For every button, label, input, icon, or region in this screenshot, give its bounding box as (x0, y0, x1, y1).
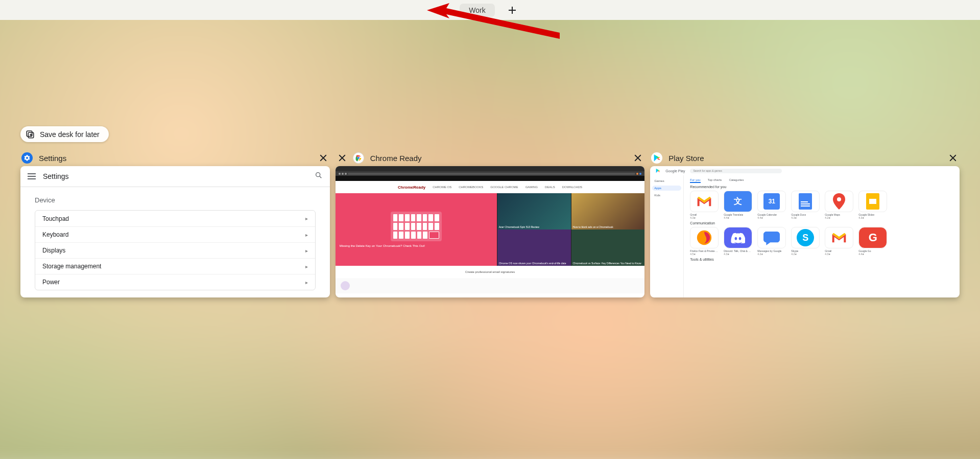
app-tile-slides[interactable]: Google Slides4.3★ (858, 191, 887, 219)
play-store-brand: Google Play (665, 169, 685, 173)
svg-point-5 (357, 157, 360, 159)
sidebar-item-apps[interactable]: Apps (652, 186, 681, 191)
docs-icon (799, 193, 812, 210)
chrome-app-icon (353, 152, 364, 164)
sidebar-item-kids[interactable]: Kids (652, 193, 681, 198)
app-rating: 4.3★ (791, 216, 797, 219)
chevron-right-icon: ▸ (305, 264, 308, 269)
site-top-banner (336, 176, 645, 181)
settings-toolbar: Settings (20, 166, 330, 187)
slides-icon (866, 193, 879, 210)
site-nav: ChromeReady CHROME OS CHROMEBOOKS GOOGLE… (336, 181, 645, 193)
app-tile-gmail[interactable]: Gmail4.3★ (690, 191, 719, 219)
window-thumbnail-chrome-ready[interactable]: ChromeReady CHROME OS CHROMEBOOKS GOOGLE… (336, 166, 645, 297)
browser-toolbar (336, 171, 645, 176)
settings-row-power[interactable]: Power▸ (35, 274, 315, 290)
app-row-communication: Firefox Fast & Private Browser4.5★ Disco… (690, 227, 953, 256)
site-logo: ChromeReady (398, 185, 425, 190)
svg-point-6 (837, 197, 841, 201)
section-tools: Tools & utilities (690, 258, 953, 261)
settings-row-label: Storage management (42, 263, 101, 270)
tab-categories[interactable]: Categories (729, 178, 744, 183)
svg-point-3 (316, 173, 320, 177)
nav-item: CHROME OS (433, 186, 451, 189)
skype-icon: S (797, 229, 814, 246)
settings-section-device: Device (35, 196, 316, 204)
app-rating: 4.2★ (757, 253, 763, 256)
shelf-preview (336, 278, 645, 293)
window-title-settings: Settings (39, 154, 312, 163)
close-button-play-store[interactable] (947, 152, 959, 164)
close-button-settings[interactable] (318, 152, 329, 164)
desk-chip-work[interactable]: Work (460, 4, 494, 17)
settings-row-keyboard[interactable]: Keyboard▸ (35, 226, 315, 242)
chevron-right-icon: ▸ (305, 216, 308, 221)
side-card-label: Chromebook vs Surface: Key Differences Y… (573, 262, 641, 265)
browser-tabstrip (336, 166, 645, 171)
overview-cards-row: Settings Settings Device Touchpad▸ Keybo… (20, 152, 960, 297)
hero-side-cards: Acer Chromebook Spin 513 Review Chrome O… (497, 193, 571, 266)
maps-pin-icon (833, 193, 845, 210)
app-tile-docs[interactable]: Google Docs4.3★ (791, 191, 820, 219)
chevron-right-icon: ▸ (305, 280, 308, 285)
nav-item: DOWNLOADS (562, 186, 582, 189)
gmail-icon (696, 195, 713, 208)
messages-icon (763, 230, 780, 245)
app-tile-translate[interactable]: 文Google Translate4.4★ (724, 191, 752, 219)
hero-main: Missing the Delete Key on Your Chromeboo… (336, 193, 497, 266)
side-card-label: How to block ads on a Chromebook (573, 226, 613, 229)
app-rating: 4.2★ (791, 253, 797, 256)
side-card-label: Acer Chromebook Spin 513 Review (499, 226, 539, 229)
desk-bar: Work (0, 0, 980, 20)
close-icon (319, 153, 328, 163)
settings-device-list: Touchpad▸ Keyboard▸ Displays▸ Storage ma… (35, 210, 316, 290)
plus-icon (508, 6, 516, 14)
window-thumbnail-settings[interactable]: Settings Device Touchpad▸ Keyboard▸ Disp… (20, 166, 330, 297)
calendar-icon: 31 (763, 193, 780, 210)
window-title-play-store: Play Store (668, 154, 941, 163)
tab-top-charts[interactable]: Top charts (708, 178, 722, 183)
close-icon (948, 153, 958, 163)
app-tile-google-go[interactable]: GGoogle Go4.4★ (858, 227, 887, 256)
window-card-chrome-ready: Chrome Ready ChromeReady CHROME OS CHROM… (336, 152, 645, 297)
browser-frame: ChromeReady CHROME OS CHROMEBOOKS GOOGLE… (336, 166, 645, 297)
window-header-play-store: Play Store (650, 152, 960, 166)
app-tile-discord[interactable]: Discord: Talk, Chat & Hang Out4.3★ (724, 227, 752, 256)
app-tile-calendar[interactable]: 31Google Calendar4.4★ (757, 191, 786, 219)
tab-for-you[interactable]: For you (690, 178, 700, 183)
hamburger-menu-icon[interactable] (28, 173, 36, 179)
hero-side-cards-2: How to block ads on a Chromebook Chromeb… (571, 193, 645, 266)
save-desk-button[interactable]: Save desk for later (20, 126, 109, 142)
translate-icon: 文 (734, 196, 742, 207)
settings-row-label: Power (42, 279, 60, 286)
settings-row-displays[interactable]: Displays▸ (35, 242, 315, 258)
site-hero: Missing the Delete Key on Your Chromeboo… (336, 193, 645, 266)
chrome-icon (354, 154, 363, 162)
app-tile-firefox[interactable]: Firefox Fast & Private Browser4.5★ (690, 227, 719, 256)
app-tile-messages[interactable]: Messages by Google4.2★ (757, 227, 786, 256)
window-thumbnail-play-store[interactable]: Google Play Search for apps & games Game… (650, 166, 960, 297)
app-tile-maps[interactable]: Google Maps4.2★ (825, 191, 853, 219)
app-rating: 4.3★ (690, 216, 696, 219)
section-communication: Communication (690, 221, 953, 225)
app-rating: 4.4★ (757, 216, 763, 219)
app-tile-gmail-2[interactable]: Gmail4.3★ (825, 227, 853, 256)
new-desk-button[interactable] (504, 2, 520, 18)
save-desk-label: Save desk for later (40, 130, 100, 139)
close-button-chrome-ready[interactable] (632, 152, 643, 164)
nav-item: GOOGLE CHROME (490, 186, 518, 189)
nav-item: GAMING (525, 186, 538, 189)
settings-search-button[interactable] (315, 171, 323, 181)
app-tile-skype[interactable]: SSkype4.2★ (791, 227, 820, 256)
gear-icon (23, 154, 31, 162)
settings-row-touchpad[interactable]: Touchpad▸ (35, 211, 315, 226)
play-store-app-icon (651, 152, 662, 164)
play-store-search[interactable]: Search for apps & games (690, 169, 782, 173)
nav-item: DEALS (545, 186, 555, 189)
sidebar-item-games[interactable]: Games (652, 178, 681, 183)
play-store-logo-icon (655, 168, 660, 173)
close-button-settings-trailing[interactable] (337, 152, 348, 164)
play-store-top: Google Play Search for apps & games (650, 166, 960, 175)
app-rating: 4.2★ (825, 216, 830, 219)
settings-row-storage[interactable]: Storage management▸ (35, 258, 315, 274)
